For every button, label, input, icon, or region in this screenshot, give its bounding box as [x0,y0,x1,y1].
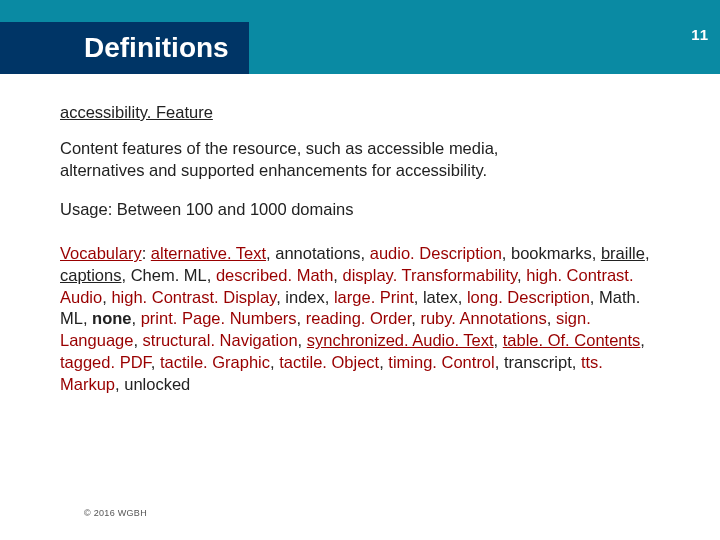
vocab-structural-navigation: structural. Navigation [143,331,298,349]
vocab-reading-order: reading. Order [306,309,411,327]
vocab-none: none [92,309,131,327]
page-title: Definitions [84,32,229,64]
vocabulary-label: Vocabulary [60,244,142,262]
vocab-tactile-graphic: tactile. Graphic [160,353,270,371]
title-box: Definitions [0,22,249,74]
vocabulary-block: Vocabulary: alternative. Text, annotatio… [60,243,660,395]
vocab-audio-description: audio. Description [370,244,502,262]
vocab-bookmarks: , bookmarks, [502,244,601,262]
description-line-1: Content features of the resource, such a… [60,139,498,157]
vocab-captions: captions [60,266,121,284]
vocab-chemml: , Chem. ML, [121,266,215,284]
description-line-2: alternatives and supported enhancements … [60,161,487,179]
vocab-unlocked: , unlocked [115,375,190,393]
vocab-table-of-contents: table. Of. Contents [503,331,641,349]
copyright: © 2016 WGBH [84,508,147,518]
content-body: accessibility. Feature Content features … [0,74,720,395]
vocab-high-contrast-display: high. Contrast. Display [111,288,276,306]
vocab-latex: , latex, [414,288,467,306]
vocab-large-print: large. Print [334,288,414,306]
vocab-tactile-object: tactile. Object [279,353,379,371]
vocab-synchronized-audio-text: synchronized. Audio. Text [307,331,494,349]
vocab-annotations: , annotations, [266,244,370,262]
usage-line: Usage: Between 100 and 1000 domains [60,199,660,221]
vocab-tagged-pdf: tagged. PDF [60,353,151,371]
vocabulary-separator: : [142,244,151,262]
vocab-braille: braille [601,244,645,262]
slide-number: 11 [691,26,708,43]
vocab-alternative-text: alternative. Text [151,244,266,262]
vocab-print-page-numbers: print. Page. Numbers [141,309,297,327]
vocab-ruby-annotations: ruby. Annotations [420,309,546,327]
vocab-display-transformability: display. Transformability [343,266,518,284]
vocab-timing-control: timing. Control [388,353,494,371]
vocab-long-description: long. Description [467,288,590,306]
description: Content features of the resource, such a… [60,138,660,182]
vocab-described-math: described. Math [216,266,333,284]
vocab-index: , index, [276,288,334,306]
vocab-transcript: , transcript, [495,353,581,371]
term-heading: accessibility. Feature [60,102,660,124]
header-band: Definitions 11 [0,0,720,74]
